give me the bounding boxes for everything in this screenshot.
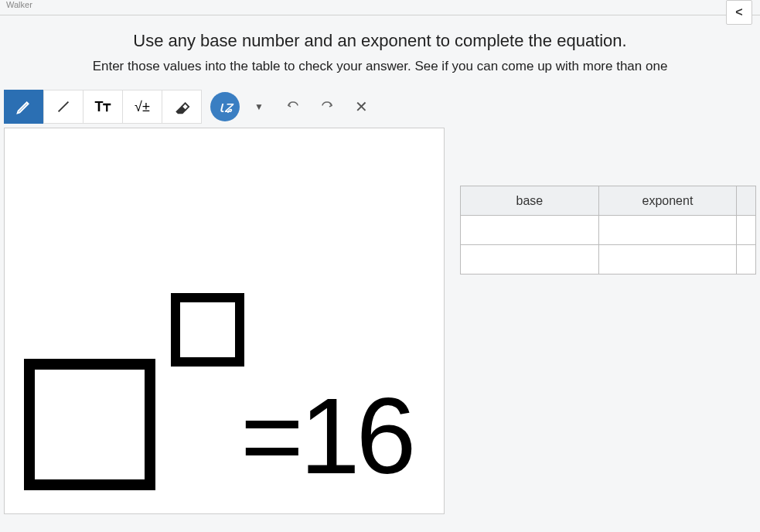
scribble-icon: ɩʑ (219, 97, 232, 116)
instruction-line-1: Use any base number and an exponent to c… (23, 31, 737, 51)
pen-tool[interactable] (4, 90, 44, 124)
chevron-left-icon: < (735, 5, 742, 19)
exponent-cell-1[interactable] (598, 216, 737, 245)
line-icon (55, 98, 72, 115)
answer-table: base exponent (460, 186, 756, 275)
dropdown-button[interactable]: ▼ (244, 92, 274, 121)
work-area: =16 base exponent (0, 128, 760, 514)
svg-line-0 (59, 102, 69, 112)
exponent-input-box[interactable] (171, 293, 244, 367)
text-icon: Tᴛ (95, 98, 111, 115)
math-tool[interactable]: √± (122, 90, 162, 124)
back-button[interactable]: < (726, 0, 752, 25)
col-exponent-header: exponent (598, 186, 737, 216)
text-tool[interactable]: Tᴛ (83, 90, 123, 124)
user-name-fragment: Walker (6, 0, 32, 9)
exponent-cell-2[interactable] (598, 245, 737, 275)
extra-cell-1[interactable] (737, 216, 756, 245)
instructions: Use any base number and an exponent to c… (0, 15, 760, 86)
chevron-down-icon: ▼ (254, 101, 264, 112)
eraser-tool[interactable] (162, 90, 202, 124)
answer-table-wrap: base exponent (460, 186, 756, 514)
eraser-icon (173, 98, 190, 115)
scribble-tool[interactable]: ɩʑ (210, 92, 240, 121)
toolbar: Tᴛ √± ɩʑ ▼ ✕ (0, 86, 760, 128)
drawing-canvas[interactable]: =16 (4, 128, 445, 514)
base-cell-2[interactable] (461, 245, 598, 275)
table-row (461, 216, 756, 245)
col-extra-header (737, 186, 756, 216)
math-icon: √± (135, 99, 150, 115)
undo-button[interactable] (278, 92, 308, 121)
base-cell-1[interactable] (461, 216, 598, 245)
equation-result: =16 (240, 382, 412, 490)
redo-button[interactable] (312, 92, 342, 121)
close-icon: ✕ (355, 97, 368, 116)
extra-cell-2[interactable] (737, 245, 756, 275)
table-row (461, 245, 756, 275)
col-base-header: base (461, 186, 598, 216)
undo-icon (286, 100, 300, 114)
clear-button[interactable]: ✕ (346, 92, 376, 121)
redo-icon (320, 100, 334, 114)
line-tool[interactable] (43, 90, 83, 124)
instruction-line-2: Enter those values into the table to che… (23, 59, 737, 74)
top-bar: Walker (0, 0, 760, 15)
equation: =16 (24, 359, 412, 490)
base-input-box[interactable] (24, 359, 155, 490)
pen-icon (15, 98, 32, 115)
